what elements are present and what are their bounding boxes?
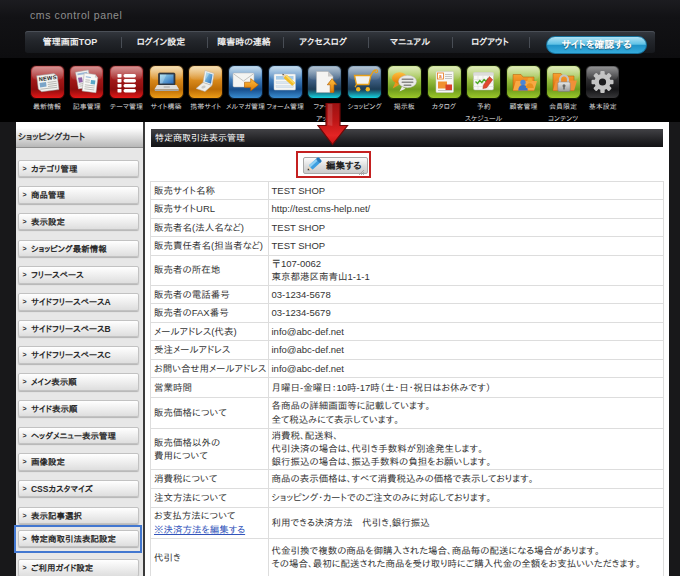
svg-text:a: a <box>439 73 442 79</box>
